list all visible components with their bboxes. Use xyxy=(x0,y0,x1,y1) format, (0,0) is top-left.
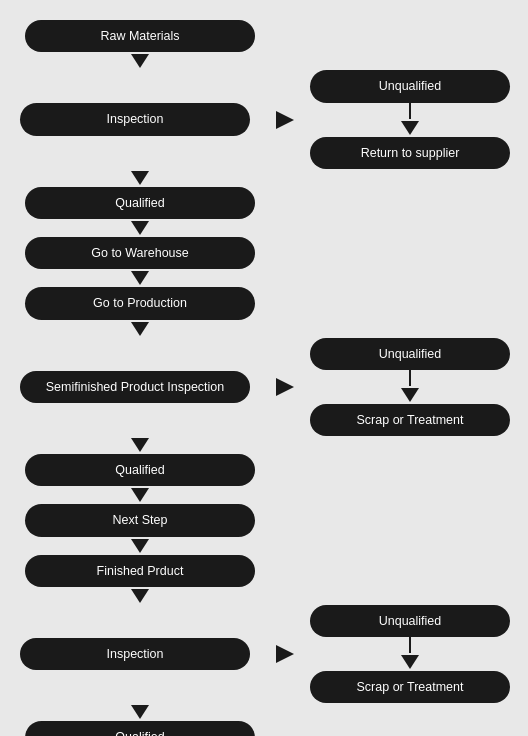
branch-arrow-1 xyxy=(276,111,294,129)
branch-arrow-3 xyxy=(276,645,294,663)
go-warehouse-node: Go to Warehouse xyxy=(25,237,255,269)
unqualified2-node: Unqualified xyxy=(310,338,510,370)
arrow-down-r1 xyxy=(401,121,419,135)
qualified3-node: Qualified xyxy=(25,721,255,736)
arrow-down xyxy=(131,54,149,68)
arrow-down-r3 xyxy=(401,655,419,669)
arrow-down-8 xyxy=(131,539,149,553)
arrow-down-9 xyxy=(131,589,149,603)
arrow-down-5 xyxy=(131,322,149,336)
inspection2-node: Inspection xyxy=(20,638,250,670)
arrow-down-7 xyxy=(131,488,149,502)
qualified2-node: Qualified xyxy=(25,454,255,486)
qualified1-node: Qualified xyxy=(25,187,255,219)
go-production-node: Go to Production xyxy=(25,287,255,319)
raw-materials-node: Raw Materials xyxy=(25,20,255,52)
vline-2 xyxy=(409,370,411,386)
scrap2-node: Scrap or Treatment xyxy=(310,671,510,703)
vline-3 xyxy=(409,637,411,653)
unqualified3-node: Unqualified xyxy=(310,605,510,637)
arrow-down-3 xyxy=(131,221,149,235)
arrow-down-2 xyxy=(131,171,149,185)
flowchart: Raw Materials Inspection Unqualified Ret… xyxy=(0,10,528,736)
semifinished-node: Semifinished Product Inspection xyxy=(20,371,250,403)
finished-product-node: Finished Prduct xyxy=(25,555,255,587)
arrow-down-10 xyxy=(131,705,149,719)
branch-arrow-2 xyxy=(276,378,294,396)
return-supplier-node: Return to supplier xyxy=(310,137,510,169)
vline-1 xyxy=(409,103,411,119)
arrow-down-r2 xyxy=(401,388,419,402)
inspection1-node: Inspection xyxy=(20,103,250,135)
scrap1-node: Scrap or Treatment xyxy=(310,404,510,436)
arrow-down-4 xyxy=(131,271,149,285)
next-step-node: Next Step xyxy=(25,504,255,536)
arrow-down-6 xyxy=(131,438,149,452)
unqualified1-node: Unqualified xyxy=(310,70,510,102)
